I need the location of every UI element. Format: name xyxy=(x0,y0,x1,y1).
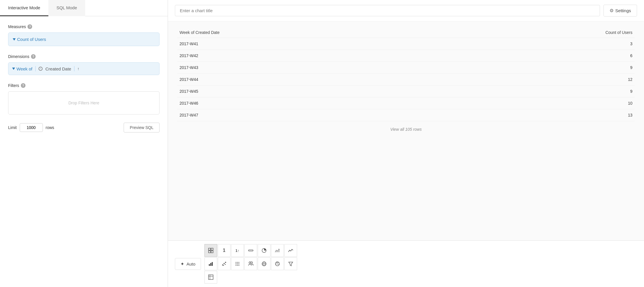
cell-count: 10 xyxy=(445,97,635,109)
svg-point-20 xyxy=(238,264,239,264)
view-all-rows-link[interactable]: View all 105 rows xyxy=(177,127,635,132)
clock-icon xyxy=(39,67,43,71)
cell-week: 2017-W45 xyxy=(177,86,445,97)
dimensions-label: Dimensions ? xyxy=(8,54,160,59)
svg-rect-7 xyxy=(209,264,210,266)
filters-label: Filters ? xyxy=(8,83,160,88)
cell-count: 9 xyxy=(445,62,635,74)
globe-viz-button[interactable] xyxy=(258,257,270,270)
auto-button[interactable]: ✦ Auto xyxy=(175,258,201,270)
panel-content: Measures ? Count of Users Dimensions ? W… xyxy=(0,16,168,287)
table-row: 2017-W44 12 xyxy=(177,74,635,86)
bar-viz-icon xyxy=(208,261,213,266)
filter-viz-icon xyxy=(288,261,293,266)
filters-help-icon[interactable]: ? xyxy=(21,83,25,88)
measure-item[interactable]: Count of Users xyxy=(12,35,156,43)
svg-point-22 xyxy=(237,265,238,266)
svg-rect-1 xyxy=(211,248,213,250)
settings-button[interactable]: ⚙ Settings xyxy=(603,5,637,17)
limit-label: Limit xyxy=(8,125,17,130)
cell-week: 2017-W44 xyxy=(177,74,445,86)
svg-rect-4 xyxy=(248,250,253,251)
svg-point-21 xyxy=(235,265,236,266)
dimension-item[interactable]: Week of Created Date ↑ xyxy=(12,65,156,72)
people-viz-button[interactable] xyxy=(244,257,257,270)
area-viz-button[interactable] xyxy=(271,244,284,257)
svg-point-10 xyxy=(222,264,223,266)
cell-week: 2017-W42 xyxy=(177,50,445,62)
trend-viz-button[interactable]: 1↑ xyxy=(231,244,244,257)
filter-viz-button[interactable] xyxy=(284,257,297,270)
pivot-viz-button[interactable] xyxy=(204,271,217,284)
svg-point-24 xyxy=(249,262,251,264)
people-viz-icon xyxy=(248,261,253,266)
number-viz-icon: 1 xyxy=(223,248,225,253)
dimension-expand-icon xyxy=(12,68,15,70)
cell-count: 13 xyxy=(445,109,635,121)
cell-week: 2017-W41 xyxy=(177,38,445,50)
svg-point-16 xyxy=(237,262,238,263)
cell-count: 9 xyxy=(445,86,635,97)
measures-help-icon[interactable]: ? xyxy=(28,24,32,29)
left-panel: Interactive Mode SQL Mode Measures ? Cou… xyxy=(0,0,168,287)
table-row: 2017-W41 3 xyxy=(177,38,635,50)
preview-sql-button[interactable]: Preview SQL xyxy=(124,123,160,132)
cell-week: 2017-W46 xyxy=(177,97,445,109)
svg-point-23 xyxy=(238,265,239,266)
table-row: 2017-W47 13 xyxy=(177,109,635,121)
map-viz-icon xyxy=(275,261,280,266)
cell-count: 6 xyxy=(445,50,635,62)
svg-rect-2 xyxy=(208,251,211,253)
progress-viz-button[interactable] xyxy=(244,244,257,257)
heatmap-viz-icon xyxy=(235,261,240,266)
cell-count: 12 xyxy=(445,74,635,86)
tab-sql[interactable]: SQL Mode xyxy=(48,0,85,16)
heatmap-viz-button[interactable] xyxy=(231,257,244,270)
scatter-viz-icon xyxy=(222,261,227,266)
scatter-viz-button[interactable] xyxy=(218,257,230,270)
mode-tabs: Interactive Mode SQL Mode xyxy=(0,0,168,16)
number-viz-button[interactable]: 1 xyxy=(218,244,230,257)
dimensions-help-icon[interactable]: ? xyxy=(31,54,36,59)
line-viz-button[interactable] xyxy=(284,244,297,257)
bottom-toolbar: ✦ Auto 1 1↑ xyxy=(168,240,644,287)
tab-interactive[interactable]: Interactive Mode xyxy=(0,0,48,16)
globe-viz-icon xyxy=(261,261,267,266)
pie-viz-button[interactable] xyxy=(258,244,270,257)
svg-point-13 xyxy=(223,265,224,266)
measure-expand-icon xyxy=(13,38,16,41)
map-viz-button[interactable] xyxy=(271,257,284,270)
gear-icon: ⚙ xyxy=(610,8,614,13)
dimension-separator2 xyxy=(74,66,74,71)
svg-rect-0 xyxy=(208,248,211,250)
magic-wand-icon: ✦ xyxy=(180,261,184,267)
dimensions-box[interactable]: Week of Created Date ↑ xyxy=(8,62,160,75)
dimension-separator xyxy=(35,66,36,71)
chart-title-input[interactable] xyxy=(175,5,600,16)
svg-rect-31 xyxy=(208,275,213,279)
measures-label: Measures ? xyxy=(8,24,160,29)
filters-drop-zone[interactable]: Drop Filters Here xyxy=(8,91,160,115)
svg-rect-8 xyxy=(210,263,211,266)
bar-viz-button[interactable] xyxy=(204,257,217,270)
svg-point-18 xyxy=(235,264,236,264)
trend-viz-icon: 1↑ xyxy=(235,248,239,253)
table-viz-button[interactable] xyxy=(204,244,217,257)
measures-box[interactable]: Count of Users xyxy=(8,32,160,46)
dimensions-section: Dimensions ? Week of Created Date ↑ xyxy=(8,54,160,75)
measures-section: Measures ? Count of Users xyxy=(8,24,160,46)
svg-point-12 xyxy=(225,262,226,263)
right-panel: ⚙ Settings Week of Created Date Count of… xyxy=(168,0,644,287)
limit-row: Limit rows Preview SQL xyxy=(8,123,160,132)
svg-rect-9 xyxy=(212,262,213,266)
limit-input[interactable] xyxy=(20,123,43,132)
progress-viz-icon xyxy=(248,249,253,252)
pivot-viz-icon xyxy=(208,275,213,280)
line-viz-icon xyxy=(288,248,293,253)
svg-point-25 xyxy=(251,262,253,264)
sort-icon[interactable]: ↑ xyxy=(77,66,79,71)
data-area: Week of Created Date Count of Users 2017… xyxy=(168,21,644,240)
chart-header: ⚙ Settings xyxy=(168,0,644,21)
data-table: Week of Created Date Count of Users 2017… xyxy=(177,27,635,121)
rows-label: rows xyxy=(46,125,54,130)
